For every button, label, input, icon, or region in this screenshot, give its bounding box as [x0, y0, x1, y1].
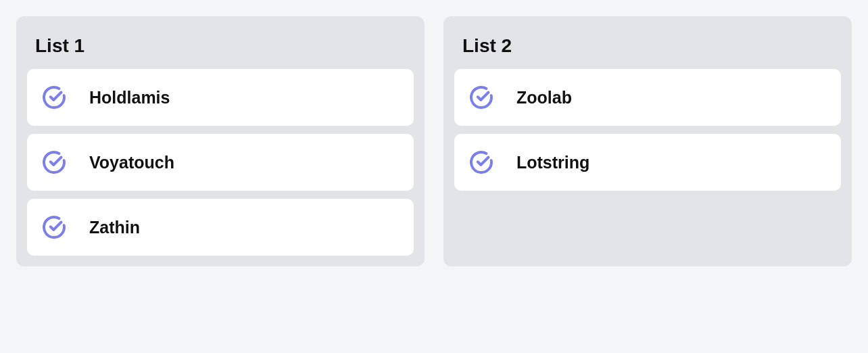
- list-items-1: Holdlamis Voyatouch Za: [27, 69, 414, 256]
- checkmark-circle-icon: [469, 150, 493, 174]
- list-item[interactable]: Zoolab: [454, 69, 841, 126]
- checkmark-circle-icon: [469, 85, 493, 110]
- list-item-label: Voyatouch: [89, 153, 174, 172]
- list-item[interactable]: Holdlamis: [27, 69, 414, 126]
- list-item[interactable]: Lotstring: [454, 134, 841, 191]
- list-title-2: List 2: [454, 27, 841, 69]
- list-item-label: Holdlamis: [89, 88, 170, 108]
- checkmark-circle-icon: [42, 215, 66, 239]
- list-item-label: Zathin: [89, 218, 140, 237]
- list-item-label: Zoolab: [516, 88, 572, 108]
- checkmark-circle-icon: [42, 85, 66, 110]
- list-item[interactable]: Voyatouch: [27, 134, 414, 191]
- list-item[interactable]: Zathin: [27, 199, 414, 256]
- list-panel-1: List 1 Holdlamis Voyatou: [16, 16, 425, 266]
- list-panel-2: List 2 Zoolab Lotstring: [443, 16, 852, 266]
- list-items-2: Zoolab Lotstring: [454, 69, 841, 191]
- lists-container: List 1 Holdlamis Voyatou: [16, 16, 852, 266]
- list-item-label: Lotstring: [516, 153, 589, 172]
- list-title-1: List 1: [27, 27, 414, 69]
- checkmark-circle-icon: [42, 150, 66, 174]
